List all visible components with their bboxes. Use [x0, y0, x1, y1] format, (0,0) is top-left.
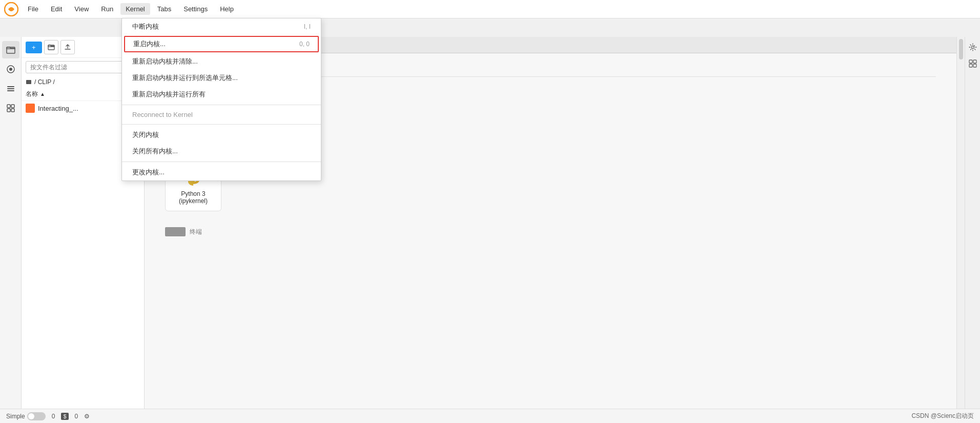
- svg-point-3: [9, 68, 12, 71]
- menu-settings[interactable]: Settings: [178, 3, 213, 15]
- menu-view[interactable]: View: [69, 3, 94, 15]
- svg-rect-8: [11, 105, 14, 108]
- kernel-menu-close-all-label: 关闭所有内核...: [132, 147, 178, 156]
- kernel-menu-sep2: [122, 124, 321, 125]
- vertical-scrollbar[interactable]: [956, 37, 965, 423]
- menu-edit[interactable]: Edit: [46, 3, 67, 15]
- new-button[interactable]: +: [26, 42, 42, 53]
- svg-rect-6: [7, 90, 14, 91]
- menu-bar: File Edit View Run Kernel Tabs Settings …: [0, 0, 980, 18]
- icon-sidebar: [0, 37, 22, 423]
- svg-rect-17: [973, 64, 976, 67]
- svg-rect-14: [969, 60, 972, 63]
- status-mode: Simple: [6, 412, 46, 420]
- kernel-menu-interrupt[interactable]: 中断内核 I, I: [122, 18, 321, 35]
- sidebar-commands-btn[interactable]: [2, 80, 19, 97]
- kernel-dropdown-menu: 中断内核 I, I 重启内核... 0, 0 重新启动内核并清除... 重新启动…: [121, 18, 321, 181]
- svg-rect-10: [11, 109, 14, 112]
- right-sidebar: [965, 37, 980, 423]
- kernel-menu-restart[interactable]: 重启内核... 0, 0: [124, 36, 319, 52]
- kernel-menu-restart-run-all[interactable]: 重新启动内核并运行所有: [122, 86, 321, 103]
- kernel-menu-restart-label: 重启内核...: [133, 39, 166, 49]
- menu-kernel[interactable]: Kernel: [120, 3, 150, 15]
- upload-file-button[interactable]: [60, 40, 75, 54]
- kernel-menu-close-kernel[interactable]: 关闭内核: [122, 127, 321, 143]
- kernel-menu-close-kernel-label: 关闭内核: [132, 130, 159, 139]
- app-logo: [4, 2, 18, 16]
- menu-run[interactable]: Run: [96, 3, 118, 15]
- notebook-icon: [26, 104, 35, 113]
- kernel-menu-restart-clear[interactable]: 重新启动内核并清除...: [122, 53, 321, 70]
- right-extensions-icon: [969, 59, 977, 68]
- status-bar: Simple 0 $ 0 ⚙ CSDN @Scienc启动页: [0, 409, 980, 423]
- sidebar-extensions-btn[interactable]: [2, 99, 19, 117]
- kernel-menu-restart-run-selected-label: 重新启动内核并运行到所选单元格...: [132, 73, 238, 83]
- svg-rect-9: [7, 109, 10, 112]
- status-counter2: 0: [75, 413, 78, 420]
- breadcrumb-text: / CLIP /: [34, 78, 55, 86]
- kernel-menu-sep3: [122, 162, 321, 162]
- folder-open-icon: [48, 44, 55, 51]
- svg-rect-4: [7, 86, 14, 87]
- more-content-area: 终端: [165, 227, 936, 237]
- kernel-menu-sep1: [122, 105, 321, 105]
- extensions-icon: [6, 104, 15, 113]
- kernel-menu-restart-shortcut: 0, 0: [299, 41, 310, 48]
- folder-breadcrumb-icon: [26, 79, 32, 85]
- svg-rect-15: [973, 60, 976, 63]
- right-settings-btn[interactable]: [967, 41, 979, 53]
- svg-rect-12: [26, 80, 31, 84]
- status-icon2: ⚙: [84, 413, 90, 420]
- kernel-menu-reconnect: Reconnect to Kernel: [122, 107, 321, 122]
- kernel-menu-interrupt-shortcut: I, I: [304, 23, 311, 30]
- kernel-menu-restart-run-all-label: 重新启动内核并运行所有: [132, 90, 206, 99]
- menu-tabs[interactable]: Tabs: [152, 3, 176, 15]
- svg-rect-7: [7, 105, 10, 108]
- file-name: Interacting_...: [38, 105, 78, 112]
- commands-icon: [6, 84, 15, 93]
- running-icon: [6, 65, 15, 74]
- svg-rect-16: [969, 64, 972, 67]
- upload-icon: [64, 44, 71, 51]
- file-name-header: 名称: [26, 90, 38, 98]
- scroll-thumb[interactable]: [959, 39, 963, 59]
- status-right-text: CSDN @Scienc启动页: [911, 412, 974, 420]
- kernel-menu-restart-run-selected[interactable]: 重新启动内核并运行到所选单元格...: [122, 70, 321, 86]
- scroll-hint: [165, 227, 186, 236]
- status-icon1: $: [61, 413, 68, 420]
- right-extensions-btn[interactable]: [967, 57, 979, 70]
- sort-arrow: ▲: [40, 91, 45, 97]
- kernel-menu-interrupt-label: 中断内核: [132, 22, 159, 31]
- status-counter1: 0: [52, 413, 55, 420]
- menu-file[interactable]: File: [23, 3, 44, 15]
- kernel-menu-restart-clear-label: 重新启动内核并清除...: [132, 57, 198, 66]
- sidebar-files-btn[interactable]: [2, 41, 19, 58]
- svg-rect-5: [7, 88, 14, 89]
- mode-label: Simple: [6, 413, 25, 420]
- sidebar-running-btn[interactable]: [2, 61, 19, 78]
- kernel-menu-change-kernel[interactable]: 更改内核...: [122, 164, 321, 180]
- menu-help[interactable]: Help: [215, 3, 239, 15]
- kernel-menu-change-kernel-label: 更改内核...: [132, 168, 165, 177]
- python-kernel-label: Python 3(ipykernel): [179, 190, 208, 205]
- upload-button[interactable]: [44, 40, 58, 54]
- settings-icon: [969, 43, 977, 51]
- kernel-menu-close-all[interactable]: 关闭所有内核...: [122, 143, 321, 159]
- folder-icon: [6, 45, 15, 54]
- kernel-menu-reconnect-label: Reconnect to Kernel: [132, 111, 193, 118]
- scroll-hint-text: 终端: [190, 228, 202, 236]
- mode-toggle[interactable]: [27, 412, 46, 420]
